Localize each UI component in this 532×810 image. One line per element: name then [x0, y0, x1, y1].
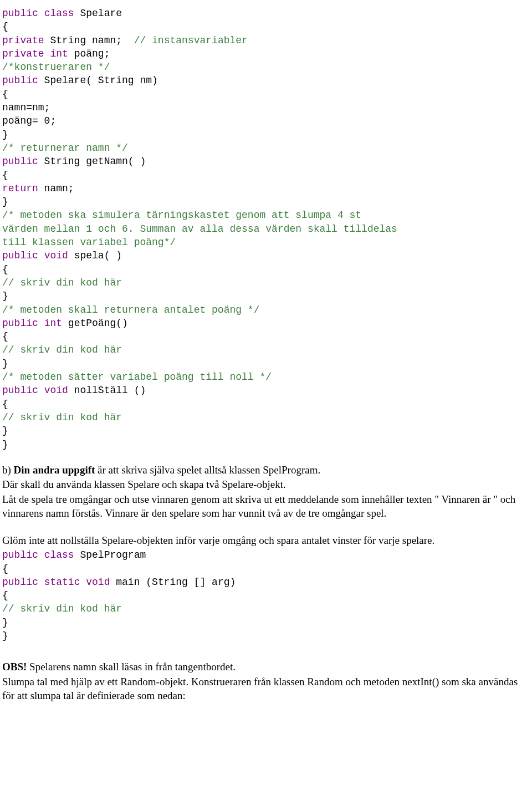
code-text: }: [2, 196, 8, 207]
paragraph-line: Slumpa tal med hjälp av ett Random-objek…: [2, 675, 530, 702]
spacer: [2, 655, 530, 660]
comment: // skriv din kod här: [2, 344, 122, 355]
code-text: {: [2, 264, 8, 275]
keyword: void: [44, 250, 68, 261]
comment: /* returnerar namn */: [2, 142, 128, 154]
paragraph-line: Där skall du använda klassen Spelare och…: [2, 478, 530, 492]
bold-text: Din andra uppgift: [14, 464, 95, 476]
text: Spelarens namn skall läsas in från tange…: [27, 661, 236, 673]
keyword: public: [2, 385, 38, 396]
text: b): [2, 464, 14, 476]
code-text: {: [2, 590, 8, 601]
comment: /* metoden skall returnera antalet poäng…: [2, 304, 259, 315]
spacer: [2, 451, 530, 463]
keyword: int: [50, 48, 68, 59]
code-block-spelare: public class Spelare { private String na…: [2, 7, 530, 451]
keyword: class: [44, 8, 74, 19]
keyword: void: [44, 385, 68, 396]
code-text: }: [2, 425, 8, 436]
code-text: {: [2, 399, 8, 410]
code-text: }: [2, 291, 8, 302]
code-text: SpelProgram: [74, 549, 146, 561]
text: är att skriva själva spelet alltså klass…: [95, 464, 320, 476]
document-page: public class Spelare { private String na…: [0, 0, 532, 715]
keyword: private: [2, 35, 44, 46]
code-text: {: [2, 170, 8, 181]
comment: /*konstrueraren */: [2, 62, 110, 73]
keyword: public: [2, 250, 38, 261]
paragraph-line: OBS! Spelarens namn skall läsas in från …: [2, 660, 530, 674]
paragraph-obs: OBS! Spelarens namn skall läsas in från …: [2, 660, 530, 702]
code-text: namn=nm;: [2, 102, 50, 113]
spacer: [2, 522, 530, 534]
code-text: }: [2, 630, 8, 641]
comment: // instansvariabler: [134, 35, 248, 46]
paragraph-line: Glöm inte att nollställa Spelare-objekte…: [2, 534, 530, 548]
code-text: String namn;: [44, 35, 134, 46]
code-text: poäng= 0;: [2, 115, 56, 126]
code-text: }: [2, 439, 8, 450]
code-text: }: [2, 617, 8, 628]
code-text: namn;: [38, 183, 74, 194]
paragraph-line: b) Din andra uppgift är att skriva själv…: [2, 463, 530, 477]
comment: /* metoden sätter variabel poäng till no…: [2, 371, 272, 383]
keyword: void: [86, 577, 110, 588]
comment: // skriv din kod här: [2, 412, 122, 423]
keyword: public: [2, 318, 38, 329]
spacer: [2, 643, 530, 655]
keyword: public: [2, 549, 38, 561]
code-text: poäng;: [68, 48, 110, 59]
code-text: {: [2, 331, 8, 342]
code-text: }: [2, 129, 8, 140]
code-text: spela( ): [68, 250, 122, 261]
keyword: class: [44, 549, 74, 561]
comment: // skriv din kod här: [2, 277, 122, 288]
paragraph-line: Låt de spela tre omgångar och utse vinna…: [2, 493, 530, 520]
code-text: getPoäng(): [62, 318, 128, 329]
keyword: public: [2, 577, 38, 588]
keyword: public: [2, 8, 38, 19]
code-text: main (String [] arg): [110, 577, 236, 588]
code-text: Spelare( String nm): [38, 75, 158, 86]
code-text: {: [2, 563, 8, 574]
paragraph-note: Glöm inte att nollställa Spelare-objekte…: [2, 534, 530, 548]
code-text: Spelare: [74, 8, 122, 19]
comment: // skriv din kod här: [2, 603, 122, 614]
bold-text: OBS!: [2, 661, 27, 673]
code-text: {: [2, 21, 8, 32]
keyword: public: [2, 75, 38, 86]
keyword: int: [44, 318, 62, 329]
code-text: {: [2, 89, 8, 100]
keyword: return: [2, 183, 38, 194]
keyword: public: [2, 156, 38, 167]
code-block-spelprogram: public class SpelProgram { public static…: [2, 548, 530, 643]
comment: /* metoden ska simulera tärningskastet g…: [2, 210, 397, 248]
code-text: nollStäll (): [68, 385, 146, 396]
code-text: String getNamn( ): [38, 156, 146, 167]
keyword: private: [2, 48, 44, 59]
code-text: }: [2, 358, 8, 369]
keyword: static: [44, 577, 80, 588]
paragraph-b: b) Din andra uppgift är att skriva själv…: [2, 463, 530, 521]
